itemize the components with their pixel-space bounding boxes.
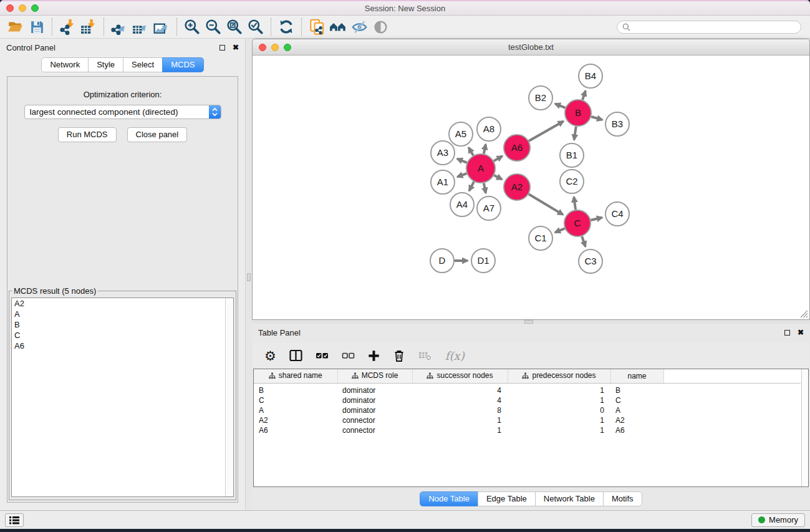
tab-select[interactable]: Select <box>123 57 163 72</box>
tab-style[interactable]: Style <box>88 57 123 72</box>
graph-node-A4[interactable]: A4 <box>450 193 474 216</box>
column-header-MCDS-role[interactable]: MCDS role <box>337 369 412 383</box>
table-cell[interactable]: 1 <box>508 415 610 425</box>
table-cell[interactable]: A <box>254 405 337 415</box>
export-image-button[interactable] <box>151 17 172 36</box>
close-panel-icon[interactable]: ✖ <box>798 329 804 336</box>
hide-selected-button[interactable] <box>349 17 370 36</box>
table-cell[interactable]: 4 <box>412 395 508 405</box>
zoom-selected-button[interactable] <box>245 17 266 36</box>
graph-node-C2[interactable]: C2 <box>560 170 584 193</box>
table-cell[interactable]: C <box>610 395 663 405</box>
import-table-button[interactable] <box>78 17 99 36</box>
delete-table-button[interactable] <box>418 350 432 361</box>
table-cell[interactable]: dominator <box>337 395 412 405</box>
graph-edge-C-C4[interactable] <box>591 218 602 220</box>
table-cell[interactable]: 8 <box>412 405 508 415</box>
result-list-scrollbar[interactable] <box>225 298 233 496</box>
tab-motifs[interactable]: Motifs <box>603 491 642 506</box>
vertical-splitter[interactable] <box>246 39 252 510</box>
table-cell[interactable]: 4 <box>412 383 508 395</box>
open-session-button[interactable] <box>5 17 26 36</box>
result-list-item[interactable]: B <box>12 319 233 330</box>
tab-node-table[interactable]: Node Table <box>420 491 478 506</box>
table-row[interactable]: Bdominator41B <box>254 383 801 395</box>
graph-edge-A-A3[interactable] <box>457 158 467 162</box>
run-mcds-button[interactable]: Run MCDS <box>58 127 117 142</box>
table-cell[interactable]: 1 <box>508 425 610 435</box>
graph-node-B2[interactable]: B2 <box>529 86 552 110</box>
network-window-titlebar[interactable]: testGlobe.txt <box>253 39 809 56</box>
import-network-button[interactable] <box>57 17 78 36</box>
splitter-handle[interactable] <box>247 273 251 281</box>
table-cell[interactable]: 1 <box>508 395 610 405</box>
table-cell[interactable]: dominator <box>337 405 412 415</box>
graph-node-B1[interactable]: B1 <box>560 143 584 167</box>
save-session-button[interactable] <box>26 17 47 36</box>
delete-columns-button[interactable] <box>393 349 405 362</box>
column-header-shared-name[interactable]: shared name <box>254 369 337 383</box>
graph-node-B3[interactable]: B3 <box>605 112 629 136</box>
graph-edge-A-A2[interactable] <box>494 175 502 180</box>
table-cell[interactable]: A6 <box>254 425 337 435</box>
graph-node-A8[interactable]: A8 <box>477 117 501 141</box>
float-panel-icon[interactable] <box>219 45 225 51</box>
table-cell[interactable]: A2 <box>610 415 663 425</box>
close-panel-icon[interactable]: ✖ <box>233 44 239 51</box>
graph-node-A6[interactable]: A6 <box>504 135 530 161</box>
close-panel-button[interactable]: Close panel <box>127 127 188 142</box>
table-cell[interactable]: 1 <box>412 425 508 435</box>
graph-node-B[interactable]: B <box>565 100 591 126</box>
network-canvas[interactable]: AA1A2A3A4A5A6A7A8BB1B2B3B4CC1C2C3C4DD1 <box>253 56 809 319</box>
zoom-out-button[interactable] <box>203 17 224 36</box>
table-scrollbar[interactable] <box>801 369 808 486</box>
graph-edge-A6-B[interactable] <box>529 121 563 141</box>
show-hidden-button[interactable] <box>370 17 391 36</box>
table-cell[interactable]: A2 <box>254 415 337 425</box>
graph-node-C[interactable]: C <box>564 210 591 236</box>
fit-content-button[interactable] <box>224 17 245 36</box>
memory-button[interactable]: Memory <box>751 513 805 527</box>
result-list-item[interactable]: A2 <box>12 298 233 309</box>
table-cell[interactable]: connector <box>337 425 412 435</box>
graph-node-A5[interactable]: A5 <box>449 122 473 146</box>
table-cell[interactable]: dominator <box>337 383 412 395</box>
graph-node-D1[interactable]: D1 <box>471 249 495 273</box>
table-cell[interactable]: 0 <box>508 405 610 415</box>
result-list-item[interactable]: A6 <box>12 341 233 351</box>
graph-node-D[interactable]: D <box>430 249 454 273</box>
table-row[interactable]: Cdominator41C <box>254 395 801 405</box>
graph-edge-B-B2[interactable] <box>555 104 565 108</box>
function-builder-button[interactable]: f(x) <box>445 349 465 362</box>
graph-edge-A-A1[interactable] <box>458 173 467 177</box>
deselect-all-button[interactable] <box>342 349 355 362</box>
graph-node-C3[interactable]: C3 <box>579 249 602 273</box>
horizontal-splitter[interactable] <box>252 320 810 324</box>
graph-edge-A2-C[interactable] <box>529 194 563 215</box>
graph-node-C1[interactable]: C1 <box>529 226 552 250</box>
select-all-button[interactable] <box>316 349 329 362</box>
zoom-in-button[interactable] <box>181 17 203 36</box>
column-header-successor-nodes[interactable]: successor nodes <box>412 369 508 383</box>
add-column-button[interactable] <box>368 350 380 362</box>
graph-edge-B-B4[interactable] <box>582 91 586 100</box>
column-header-name[interactable]: name <box>610 369 663 383</box>
table-cell[interactable]: 1 <box>412 415 508 425</box>
first-neighbors-button[interactable] <box>327 17 349 36</box>
graph-edge-A-A5[interactable] <box>469 148 473 156</box>
table-row[interactable]: A2connector11A2 <box>254 415 801 425</box>
tab-edge-table[interactable]: Edge Table <box>478 491 536 506</box>
result-list-item[interactable]: A <box>12 309 233 319</box>
tab-network-table[interactable]: Network Table <box>535 491 604 506</box>
export-table-button[interactable] <box>130 17 151 36</box>
graph-node-C4[interactable]: C4 <box>605 202 629 226</box>
table-settings-button[interactable]: ⚙ <box>264 349 276 362</box>
splitter-handle[interactable] <box>524 320 533 324</box>
column-header-predecessor-nodes[interactable]: predecessor nodes <box>508 369 610 383</box>
graph-edge-C-C2[interactable] <box>574 197 576 210</box>
table-cell[interactable]: C <box>254 395 337 405</box>
graph-node-A7[interactable]: A7 <box>477 196 501 220</box>
graph-node-A1[interactable]: A1 <box>431 170 455 194</box>
resize-grip-icon[interactable] <box>800 310 808 318</box>
clone-network-button[interactable] <box>306 17 327 36</box>
